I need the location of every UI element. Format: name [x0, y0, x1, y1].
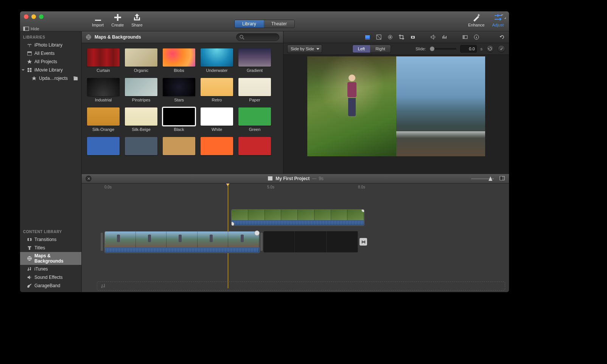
search-input[interactable]: [236, 33, 279, 41]
background-thumbnail[interactable]: Underwater: [201, 48, 233, 73]
background-thumbnail[interactable]: White: [201, 107, 233, 132]
mode-segmented-control: Library Theater: [234, 20, 295, 28]
revert-button[interactable]: [499, 34, 505, 40]
thumbnail-label: Black: [174, 127, 184, 132]
background-thumbnail[interactable]: Industrial: [87, 78, 120, 102]
stabilization-tool[interactable]: [410, 34, 416, 40]
timeline: ✕ My First Project — 9s 0.0s5.0s8.0s: [82, 174, 509, 292]
sidebar-item-iphoto[interactable]: iPhoto Library: [20, 41, 81, 49]
sidebar-item-project[interactable]: Upda…rojects: [20, 74, 81, 82]
color-balance-tool[interactable]: [376, 34, 382, 40]
slide-slider[interactable]: [430, 48, 456, 50]
background-thumbnail[interactable]: Pinstripes: [125, 78, 157, 102]
background-thumbnail[interactable]: Blobs: [163, 48, 195, 73]
fullscreen-button[interactable]: [501, 14, 507, 21]
left-side-button[interactable]: Left: [353, 45, 370, 53]
sidebar-item-all-events[interactable]: All Events: [20, 49, 81, 58]
background-thumbnail[interactable]: Organic: [125, 48, 157, 73]
timeline-zoom-slider[interactable]: [471, 178, 494, 179]
svg-rect-5: [30, 68, 31, 70]
speed-tool[interactable]: [462, 34, 468, 40]
background-thumbnail[interactable]: [125, 137, 157, 157]
sidebar-item-label: iTunes: [34, 266, 48, 272]
svg-rect-23: [500, 176, 504, 180]
background-thumbnail[interactable]: [201, 137, 233, 157]
transition-icon[interactable]: ⋈: [360, 238, 367, 246]
thumbnail-label: Underwater: [206, 68, 228, 73]
thumbnail-label: Curtain: [96, 68, 110, 73]
create-label: Create: [111, 23, 124, 27]
thumbnail-image: [125, 78, 157, 96]
background-thumbnail[interactable]: Green: [238, 107, 271, 132]
placeholder-clip[interactable]: [263, 231, 358, 252]
volume-tool[interactable]: [430, 34, 436, 40]
disclosure-triangle-icon[interactable]: [22, 69, 25, 71]
crop-tool[interactable]: [398, 34, 405, 40]
toolbar: Hide Import Create Share Library Theater: [20, 11, 509, 31]
music-icon: [100, 283, 106, 289]
background-music-well[interactable]: [97, 282, 505, 291]
clip-edge-handle-right[interactable]: [260, 233, 263, 251]
close-window-button[interactable]: [24, 14, 28, 19]
enhance-button[interactable]: Enhance: [468, 13, 484, 27]
noise-eq-tool[interactable]: [442, 34, 448, 40]
timeline-body[interactable]: 0.0s5.0s8.0s: [82, 184, 509, 292]
clapboard-icon: [73, 75, 78, 81]
thumbnail-image: [87, 107, 120, 126]
right-side-button[interactable]: Right: [370, 45, 391, 53]
svg-rect-8: [74, 78, 78, 80]
background-thumbnail[interactable]: Gradient: [238, 48, 271, 73]
sidebar-item-label: GarageBand: [34, 283, 60, 288]
preview-canvas[interactable]: [307, 56, 485, 156]
timeline-close-button[interactable]: ✕: [86, 176, 92, 182]
apply-button[interactable]: ✓: [498, 45, 505, 53]
minimize-window-button[interactable]: [31, 14, 36, 19]
sidebar-item-imovie-library[interactable]: iMovie Library: [20, 66, 81, 74]
primary-clip[interactable]: [104, 231, 260, 253]
sidebar-item-titles[interactable]: Titles: [20, 244, 81, 252]
sidebar-item-garageband[interactable]: GarageBand: [20, 282, 81, 290]
background-thumbnail[interactable]: [87, 137, 120, 157]
sidebar-item-transitions[interactable]: Transitions: [20, 235, 81, 244]
thumbnail-image: [87, 78, 120, 96]
sidebar-item-maps-backgrounds[interactable]: Maps & Backgrounds: [20, 252, 81, 265]
create-button[interactable]: Create: [111, 13, 124, 27]
slide-value-field[interactable]: 0.0: [460, 45, 477, 53]
overlay-mode-dropdown[interactable]: Side by Side: [287, 45, 322, 53]
hide-sidebar-button[interactable]: Hide: [23, 26, 39, 32]
enhance-label: Enhance: [468, 23, 484, 27]
background-thumbnail[interactable]: Silk-Beige: [125, 107, 157, 132]
clip-edge-handle-left[interactable]: [101, 233, 103, 251]
slider-thumb[interactable]: [430, 47, 434, 51]
svg-rect-13: [365, 39, 370, 39]
theater-tab[interactable]: Theater: [264, 20, 294, 28]
library-tab[interactable]: Library: [235, 20, 264, 28]
sidebar-item-itunes[interactable]: iTunes: [20, 265, 81, 273]
thumbnail-image: [201, 78, 233, 96]
svg-point-17: [412, 37, 414, 38]
thumbnail-label: Pinstripes: [132, 98, 150, 102]
background-thumbnail[interactable]: Curtain: [87, 48, 120, 73]
import-button[interactable]: Import: [92, 13, 104, 27]
background-thumbnail[interactable]: [163, 137, 195, 157]
zoom-window-button[interactable]: [39, 14, 44, 19]
video-overlay-tool[interactable]: [364, 34, 370, 40]
clip-fade-handle[interactable]: [254, 230, 260, 236]
background-thumbnail[interactable]: Paper: [238, 78, 271, 102]
reset-button[interactable]: [486, 45, 494, 53]
color-correction-tool[interactable]: [387, 34, 393, 40]
clip-connector-handle[interactable]: [231, 222, 234, 226]
clip-audio-waveform: [232, 220, 364, 226]
background-thumbnail[interactable]: Retro: [201, 78, 233, 102]
timeline-settings-button[interactable]: [499, 175, 505, 182]
cutaway-clip[interactable]: [231, 209, 364, 226]
background-thumbnail[interactable]: Black: [163, 107, 195, 132]
background-thumbnail[interactable]: Stars: [163, 78, 195, 102]
background-thumbnail[interactable]: Silk-Orange: [87, 107, 120, 132]
info-tool[interactable]: [473, 34, 479, 40]
content-browser: Maps & Backgrounds CurtainOrganicBlobsUn…: [82, 31, 283, 174]
sidebar-item-all-projects[interactable]: All Projects: [20, 58, 81, 66]
sidebar-item-sound-effects[interactable]: Sound Effects: [20, 273, 81, 282]
background-thumbnail[interactable]: [238, 137, 271, 157]
share-button[interactable]: Share: [131, 13, 142, 27]
